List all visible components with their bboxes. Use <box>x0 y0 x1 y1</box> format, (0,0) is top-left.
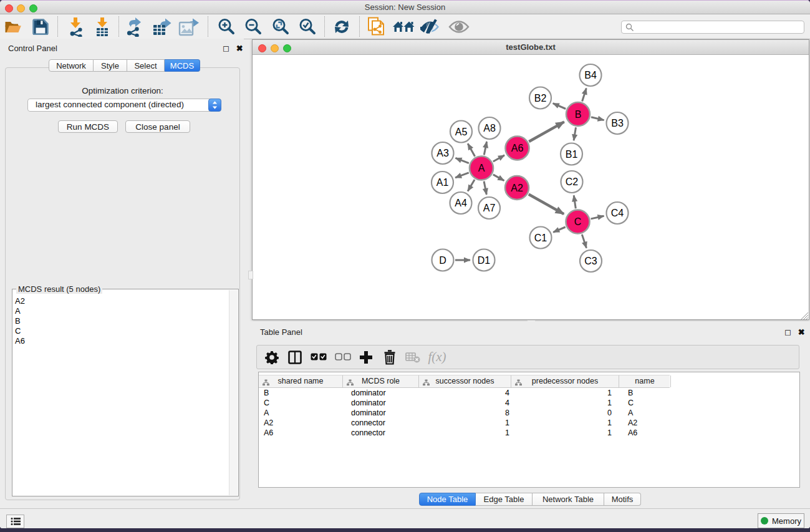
svg-text:A6: A6 <box>511 143 524 153</box>
svg-text:C4: C4 <box>611 208 624 218</box>
svg-text:A4: A4 <box>455 198 467 208</box>
svg-text:D: D <box>439 255 446 266</box>
svg-text:B2: B2 <box>534 93 547 104</box>
svg-text:A5: A5 <box>455 127 468 137</box>
svg-text:C3: C3 <box>584 256 597 266</box>
svg-text:B3: B3 <box>611 118 624 128</box>
svg-text:C1: C1 <box>534 233 547 243</box>
svg-text:B1: B1 <box>566 149 578 160</box>
svg-text:A: A <box>478 163 485 173</box>
svg-text:B: B <box>575 109 582 120</box>
svg-text:A3: A3 <box>436 148 449 158</box>
svg-text:C: C <box>574 216 582 227</box>
svg-text:A7: A7 <box>483 203 496 213</box>
svg-text:A2: A2 <box>511 183 523 193</box>
svg-text:D1: D1 <box>478 255 491 266</box>
svg-text:C2: C2 <box>566 177 579 187</box>
svg-text:A1: A1 <box>436 177 449 188</box>
svg-text:B4: B4 <box>584 70 597 80</box>
svg-text:A8: A8 <box>483 123 496 133</box>
